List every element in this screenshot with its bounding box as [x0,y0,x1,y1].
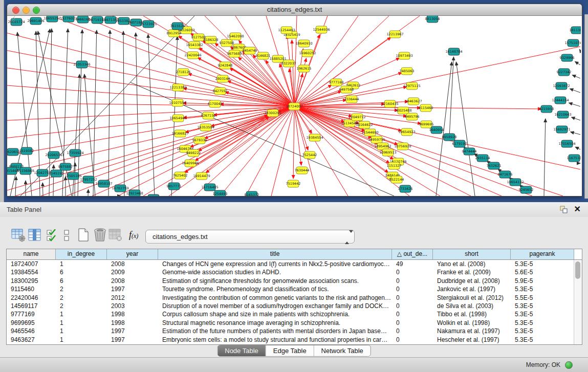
graph-node[interactable]: 9474444 [462,148,477,155]
graph-node[interactable]: 16543382 [186,41,203,49]
column-header-in-degree[interactable]: in_degree [56,249,107,259]
function-builder-icon[interactable]: f(x) [129,230,138,240]
graph-node[interactable]: 8186328 [204,36,219,43]
graph-node[interactable]: 10654112 [507,179,524,186]
graph-node[interactable]: 15716485 [201,184,218,191]
new-document-icon[interactable] [77,228,90,242]
graph-node[interactable]: 15462098 [227,33,244,40]
close-panel-icon[interactable]: ✕ [574,204,581,214]
graph-node[interactable]: 8215958 [539,105,554,113]
graph-node[interactable]: 16210643 [554,111,571,118]
graph-node[interactable]: 9115460 [419,104,433,112]
graph-node[interactable]: 4170043 [208,100,223,107]
graph-node[interactable]: 2718126 [176,69,191,76]
graph-node[interactable]: 7630444 [295,167,310,174]
delete-table-icon[interactable] [108,229,122,242]
graph-node[interactable]: 8322037 [281,60,296,67]
vertical-scrollbar[interactable] [574,260,582,344]
table-row[interactable]: 911546021997Tourette syndrome. Phenomeno… [7,285,574,293]
graph-node[interactable]: 8813054 [425,16,440,23]
graph-node[interactable]: 9857771 [167,183,182,190]
graph-node[interactable]: 2336444 [344,96,359,103]
graph-node[interactable]: 16914479 [193,172,210,180]
network-window[interactable]: citations_edges.txt 18724007183002951938… [7,4,582,196]
graph-node[interactable]: 9245012 [146,194,161,196]
graph-node[interactable]: 9498222 [186,149,201,157]
table-selector[interactable]: citations_edges.txt [145,230,355,244]
column-header-title[interactable]: title [158,249,392,259]
graph-node[interactable]: 15751074 [564,39,581,47]
graph-node[interactable]: 8466160 [76,16,91,23]
table-settings-icon[interactable] [11,228,26,242]
graph-node[interactable]: 17016504 [558,140,575,147]
graph-node[interactable]: 5678334 [192,137,207,144]
graph-node[interactable]: 1962615 [297,65,312,72]
tab-network-table[interactable]: Network Table [314,345,371,356]
graph-node[interactable]: 19463627 [405,98,422,105]
graph-node[interactable]: 12160435 [381,100,398,107]
graph-node[interactable]: 13958107 [95,180,112,187]
graph-node[interactable]: 11544690 [361,129,378,136]
column-header-out-de-[interactable]: △ out_de... [392,249,433,259]
graph-node[interactable]: 8427552 [213,87,228,95]
graph-node[interactable]: 7519442 [286,180,301,187]
table-row[interactable]: 1830029562008Estimation of significance … [7,277,574,285]
table-row[interactable]: 1872400712008Changes of HCN gene express… [7,260,574,268]
table-row[interactable]: 1456911722003Disruption of a novel membe… [7,302,574,310]
graph-node[interactable]: 8522144 [389,176,404,183]
table-row[interactable]: 2242004622012Investigating the contribut… [7,294,574,302]
scrollbar-thumb[interactable] [575,261,580,279]
graph-node[interactable]: 6179197 [452,140,467,147]
graph-node[interactable]: 2620651 [7,148,20,156]
graph-node[interactable]: 9242848 [218,62,233,69]
graph-node[interactable]: 19384554 [306,134,323,141]
graph-node[interactable]: 12213967 [386,31,403,38]
memory-status-indicator[interactable] [565,361,573,369]
graph-node[interactable]: 16353594 [197,124,214,131]
graph-node[interactable]: 16148784 [445,48,462,55]
column-header-pagerank[interactable]: pagerank [511,249,574,259]
column-header-name[interactable]: name [7,249,56,259]
table-row[interactable]: 946554611997Estimation of the future num… [7,327,574,335]
graph-node[interactable]: 8495796 [405,113,420,120]
graph-node[interactable]: 8958928 [442,134,457,141]
graph-node[interactable]: 16782759 [112,185,128,192]
graph-node[interactable]: 2803144 [215,75,230,82]
graph-node[interactable]: 12975115 [403,82,420,90]
graph-node[interactable]: 10164612 [356,121,373,128]
graph-node[interactable]: 9777169 [329,79,344,86]
graph-node[interactable]: 12923468 [126,190,143,196]
graph-node[interactable]: 20206576 [45,151,62,159]
table-row[interactable]: 946362711997Embryonic stem cells: a mode… [7,336,574,344]
column-header-short[interactable]: short [433,249,511,259]
graph-node[interactable]: 10655257 [43,16,60,22]
graph-node[interactable]: 1733426 [398,185,413,192]
graph-node[interactable]: 9146821 [256,52,271,59]
table-row[interactable]: 977716911998Corpus callosum shape and si… [7,310,574,318]
graph-node[interactable]: 10756928 [394,143,411,150]
graph-node[interactable]: 7625402 [173,172,188,179]
graph-node[interactable]: 5675685 [227,50,242,57]
graph-node[interactable]: 15276021 [60,16,77,22]
select-columns-icon[interactable] [28,228,41,242]
column-header-year[interactable]: year [107,249,158,259]
graph-node[interactable]: 1151327 [387,162,402,169]
graph-node[interactable]: 15692971 [553,126,570,133]
graph-node[interactable]: 1640954 [429,126,444,134]
network-window-titlebar[interactable]: citations_edges.txt [7,4,582,16]
graph-node[interactable]: 16960252 [299,50,316,57]
graph-node[interactable]: 12093872 [553,82,570,90]
graph-node[interactable]: 12544936 [313,26,330,33]
graph-node[interactable]: 19166827 [171,130,188,137]
graph-node[interactable]: 1167533 [567,155,581,162]
graph-node[interactable]: 8165372 [245,191,259,196]
tab-node-table[interactable]: Node Table [217,345,266,356]
graph-node[interactable]: 8471676 [498,171,513,178]
graph-node[interactable]: 2935114 [475,155,490,162]
graph-node[interactable]: 1519382 [19,147,34,155]
graph-node[interactable]: 1254493 [213,190,228,196]
delete-icon[interactable] [93,228,107,242]
graph-node[interactable]: 19654923 [398,128,415,136]
select-all-icon[interactable] [47,229,58,242]
table-row[interactable]: 1938455462009Genome-wide association stu… [7,268,574,276]
